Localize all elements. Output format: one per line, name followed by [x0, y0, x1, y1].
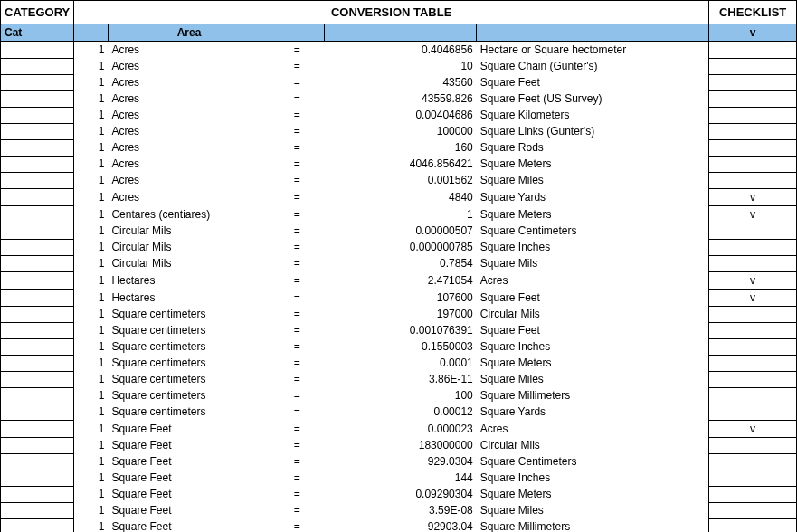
cell-cat[interactable] [1, 188, 74, 205]
cell-check[interactable] [709, 123, 797, 139]
cell-check[interactable] [709, 355, 797, 371]
cell-cat[interactable] [1, 420, 74, 437]
cell-to-unit[interactable]: Hectare or Square hectometer [477, 42, 709, 59]
cell-check[interactable] [709, 58, 797, 74]
cell-to-unit[interactable]: Square Centimeters [477, 223, 709, 239]
cell-qty[interactable]: 1 [74, 90, 109, 107]
cell-qty[interactable]: 1 [74, 306, 109, 322]
cell-cat[interactable] [1, 123, 74, 139]
cell-cat[interactable] [1, 90, 74, 107]
cell-cat[interactable] [1, 404, 74, 420]
cell-from-unit[interactable]: Hectares [108, 289, 270, 306]
cell-to-unit[interactable]: Square Feet [477, 289, 709, 306]
cell-check[interactable] [709, 239, 797, 255]
cell-from-unit[interactable]: Square centimeters [108, 322, 270, 338]
cell-check[interactable] [709, 74, 797, 90]
cell-cat[interactable] [1, 139, 74, 156]
cell-qty[interactable]: 1 [74, 139, 109, 156]
cell-to-unit[interactable]: Circular Mils [477, 437, 709, 453]
cell-value[interactable]: 160 [324, 139, 477, 156]
cell-cat[interactable] [1, 453, 74, 470]
cell-cat[interactable] [1, 107, 74, 123]
cell-check[interactable]: v [709, 188, 797, 205]
cell-value[interactable]: 0.09290304 [324, 486, 477, 502]
cell-to-unit[interactable]: Square Rods [477, 139, 709, 156]
cell-check[interactable] [709, 453, 797, 470]
cell-cat[interactable] [1, 338, 74, 355]
cell-qty[interactable]: 1 [74, 58, 109, 74]
cell-qty[interactable]: 1 [74, 205, 109, 223]
cell-value[interactable]: 0.001076391 [324, 322, 477, 338]
cell-value[interactable]: 10 [324, 58, 477, 74]
cell-check[interactable] [709, 139, 797, 156]
cell-from-unit[interactable]: Circular Mils [108, 255, 270, 271]
cell-qty[interactable]: 1 [74, 322, 109, 338]
cell-qty[interactable]: 1 [74, 404, 109, 420]
cell-from-unit[interactable]: Square Feet [108, 437, 270, 453]
cell-value[interactable]: 0.00000507 [324, 223, 477, 239]
cell-qty[interactable]: 1 [74, 355, 109, 371]
cell-to-unit[interactable]: Square Chain (Gunter's) [477, 58, 709, 74]
cell-qty[interactable]: 1 [74, 387, 109, 404]
cell-value[interactable]: 929.0304 [324, 453, 477, 470]
cell-qty[interactable]: 1 [74, 420, 109, 437]
cell-cat[interactable] [1, 371, 74, 387]
cell-check[interactable] [709, 502, 797, 518]
cell-qty[interactable]: 1 [74, 172, 109, 188]
cell-from-unit[interactable]: Hectares [108, 271, 270, 289]
cell-to-unit[interactable]: Square Miles [477, 371, 709, 387]
cell-to-unit[interactable]: Square Centimeters [477, 453, 709, 470]
cell-cat[interactable] [1, 58, 74, 74]
cell-value[interactable]: 107600 [324, 289, 477, 306]
cell-qty[interactable]: 1 [74, 107, 109, 123]
cell-cat[interactable] [1, 518, 74, 532]
cell-cat[interactable] [1, 223, 74, 239]
cell-to-unit[interactable]: Square Meters [477, 355, 709, 371]
cell-cat[interactable] [1, 289, 74, 306]
cell-value[interactable]: 0.1550003 [324, 338, 477, 355]
cell-value[interactable]: 144 [324, 470, 477, 486]
cell-from-unit[interactable]: Centares (centiares) [108, 205, 270, 223]
cell-value[interactable]: 2.471054 [324, 271, 477, 289]
cell-to-unit[interactable]: Square Feet [477, 74, 709, 90]
cell-to-unit[interactable]: Square Miles [477, 502, 709, 518]
cell-from-unit[interactable]: Square Feet [108, 420, 270, 437]
cell-value[interactable]: 0.00012 [324, 404, 477, 420]
cell-to-unit[interactable]: Square Mils [477, 255, 709, 271]
cell-from-unit[interactable]: Square centimeters [108, 404, 270, 420]
cell-from-unit[interactable]: Circular Mils [108, 239, 270, 255]
cell-value[interactable]: 100000 [324, 123, 477, 139]
cell-from-unit[interactable]: Square centimeters [108, 371, 270, 387]
cell-qty[interactable]: 1 [74, 289, 109, 306]
cell-from-unit[interactable]: Square centimeters [108, 355, 270, 371]
cell-qty[interactable]: 1 [74, 437, 109, 453]
cell-value[interactable]: 197000 [324, 306, 477, 322]
cell-from-unit[interactable]: Square Feet [108, 453, 270, 470]
cell-cat[interactable] [1, 205, 74, 223]
cell-qty[interactable]: 1 [74, 74, 109, 90]
cell-qty[interactable]: 1 [74, 188, 109, 205]
cell-from-unit[interactable]: Acres [108, 74, 270, 90]
cell-from-unit[interactable]: Square Feet [108, 470, 270, 486]
cell-from-unit[interactable]: Square centimeters [108, 306, 270, 322]
cell-to-unit[interactable]: Square Meters [477, 156, 709, 172]
cell-to-unit[interactable]: Square Miles [477, 172, 709, 188]
cell-cat[interactable] [1, 355, 74, 371]
cell-to-unit[interactable]: Square Links (Gunter's) [477, 123, 709, 139]
cell-to-unit[interactable]: Square Yards [477, 404, 709, 420]
cell-from-unit[interactable]: Acres [108, 156, 270, 172]
cell-check[interactable] [709, 486, 797, 502]
cell-to-unit[interactable]: Square Yards [477, 188, 709, 205]
cell-value[interactable]: 43559.826 [324, 90, 477, 107]
cell-cat[interactable] [1, 387, 74, 404]
cell-qty[interactable]: 1 [74, 502, 109, 518]
cell-value[interactable]: 92903.04 [324, 518, 477, 532]
cell-value[interactable]: 3.59E-08 [324, 502, 477, 518]
cell-cat[interactable] [1, 255, 74, 271]
cell-value[interactable]: 0.0001 [324, 355, 477, 371]
cell-value[interactable]: 0.001562 [324, 172, 477, 188]
cell-qty[interactable]: 1 [74, 486, 109, 502]
cell-qty[interactable]: 1 [74, 470, 109, 486]
cell-to-unit[interactable]: Square Inches [477, 470, 709, 486]
cell-to-unit[interactable]: Square Kilometers [477, 107, 709, 123]
